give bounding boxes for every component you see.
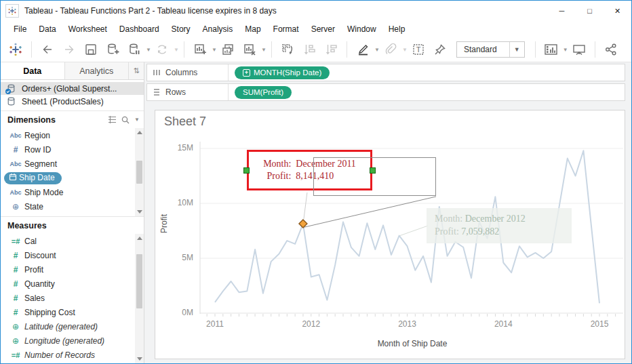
field-state[interactable]: ⊕State — [1, 199, 144, 214]
num-field-icon: # — [7, 308, 24, 317]
menu-item-server[interactable]: Server — [305, 22, 341, 37]
x-tick-label[interactable]: 2014 — [483, 319, 524, 329]
data-source-label: Orders+ (Global Superst... — [22, 84, 117, 94]
abc-field-icon: Abc — [7, 132, 24, 139]
field-shipping-cost[interactable]: #Shipping Cost — [1, 305, 144, 319]
presentation-icon[interactable] — [570, 40, 589, 59]
fields-menu-caret-icon[interactable]: ▼ — [134, 117, 140, 123]
save-icon[interactable] — [81, 40, 100, 59]
x-tick-label[interactable]: 2012 — [291, 319, 332, 329]
add-data-icon[interactable] — [103, 40, 122, 59]
menu-item-map[interactable]: Map — [239, 22, 266, 37]
pause-updates-caret-icon[interactable]: ▼ — [146, 47, 151, 53]
format-link-caret-icon[interactable]: ▼ — [402, 47, 408, 53]
tab-data[interactable]: Data — [1, 62, 65, 79]
pane-sort-icon[interactable]: ⇅ — [129, 62, 144, 79]
dimensions-scrollbar[interactable] — [135, 128, 144, 216]
tableau-logo-icon[interactable] — [6, 40, 25, 59]
annotation-leader-primary — [304, 193, 307, 219]
close-button[interactable]: ✕ — [604, 1, 631, 21]
resize-handle-left[interactable] — [243, 167, 250, 174]
minimize-button[interactable]: ─ — [548, 1, 576, 21]
field-sales[interactable]: #Sales — [1, 291, 144, 305]
refresh-icon[interactable] — [153, 40, 172, 59]
menu-item-file[interactable]: File — [7, 22, 33, 37]
y-tick-label[interactable]: 0M — [155, 308, 193, 317]
tab-analytics[interactable]: Analytics — [65, 62, 130, 79]
menu-item-format[interactable]: Format — [267, 22, 305, 37]
scroll-down-icon[interactable] — [137, 210, 142, 214]
show-me-icon[interactable] — [542, 40, 561, 59]
scroll-down-icon[interactable] — [137, 357, 142, 361]
maximize-button[interactable]: □ — [576, 1, 604, 21]
field-label: Region — [24, 131, 50, 140]
field-ship-date[interactable]: Ship Date — [1, 171, 144, 185]
selected-field-pill[interactable]: Ship Date — [4, 172, 62, 184]
columns-shelf[interactable]: Columns + MONTH(Ship Date) — [146, 64, 625, 81]
measures-scrollbar[interactable] — [135, 234, 144, 363]
show-mark-labels-icon[interactable]: T — [409, 40, 428, 59]
share-icon[interactable] — [601, 40, 620, 59]
swap-icon[interactable] — [278, 40, 297, 59]
menu-item-story[interactable]: Story — [165, 22, 197, 37]
field-segment[interactable]: AbcSegment — [1, 157, 144, 171]
scroll-up-icon[interactable] — [137, 237, 142, 240]
clear-sheet-caret-icon[interactable]: ▼ — [261, 47, 266, 53]
num-field-icon: # — [7, 294, 24, 303]
new-worksheet-caret-icon[interactable]: ▼ — [212, 47, 217, 53]
menu-item-window[interactable]: Window — [341, 22, 382, 37]
fit-selector-caret-icon[interactable]: ▼ — [509, 42, 524, 57]
refresh-caret-icon[interactable]: ▼ — [174, 47, 179, 53]
field-number-of-records[interactable]: =#Number of Records — [1, 348, 144, 362]
format-link-icon[interactable] — [381, 40, 400, 59]
x-tick-label[interactable]: 2015 — [579, 319, 620, 329]
x-tick-label[interactable]: 2011 — [195, 319, 235, 329]
menu-item-analysis[interactable]: Analysis — [197, 22, 239, 37]
field-profit[interactable]: #Profit — [1, 262, 144, 277]
pill-month-ship-date[interactable]: + MONTH(Ship Date) — [235, 66, 330, 79]
fit-selector[interactable]: Standard ▼ — [456, 41, 525, 58]
fix-axes-icon[interactable] — [431, 40, 450, 59]
y-tick-label[interactable]: 10M — [155, 198, 193, 207]
data-source-item[interactable]: Sheet1 (ProductSales) — [1, 95, 144, 108]
pause-updates-icon[interactable] — [125, 40, 144, 59]
data-pane-tabs: Data Analytics ⇅ — [1, 62, 144, 80]
y-tick-label[interactable]: 15M — [155, 143, 193, 153]
field-discount[interactable]: #Discount — [1, 248, 144, 262]
highlight-icon[interactable] — [353, 40, 372, 59]
rows-shelf[interactable]: Rows SUM(Profit) — [146, 83, 625, 101]
highlight-caret-icon[interactable]: ▼ — [374, 47, 380, 53]
field-region[interactable]: AbcRegion — [1, 128, 144, 142]
sort-descending-icon[interactable] — [321, 40, 340, 59]
annotation-dec-2012[interactable]: Month: December 2012 Profit: 7,059,882 — [427, 208, 572, 243]
menu-item-help[interactable]: Help — [382, 22, 412, 37]
x-tick-label[interactable]: 2013 — [387, 319, 428, 329]
pill-sum-profit[interactable]: SUM(Profit) — [235, 86, 292, 99]
back-icon[interactable] — [38, 40, 57, 59]
data-pane: Data Analytics ⇅ Orders+ (Global Superst… — [1, 62, 144, 363]
new-worksheet-icon[interactable] — [191, 40, 210, 59]
pill-expand-icon[interactable]: + — [243, 69, 250, 77]
scroll-up-icon[interactable] — [137, 131, 142, 134]
field-latitude-generated-[interactable]: ⊕Latitude (generated) — [1, 319, 144, 333]
field-longitude-generated-[interactable]: ⊕Longitude (generated) — [1, 333, 144, 348]
field-quantity[interactable]: #Quantity — [1, 277, 144, 291]
sort-ascending-icon[interactable] — [300, 40, 319, 59]
duplicate-icon[interactable] — [218, 40, 237, 59]
menu-item-dashboard[interactable]: Dashboard — [113, 22, 165, 37]
view-options-icon[interactable] — [108, 116, 117, 123]
clear-sheet-icon[interactable] — [240, 40, 259, 59]
annotation-drag-outline[interactable] — [313, 157, 436, 196]
menu-item-worksheet[interactable]: Worksheet — [62, 22, 113, 37]
field-cal[interactable]: =#Cal — [1, 234, 144, 248]
fit-selector-value: Standard — [457, 45, 509, 54]
x-axis-title[interactable]: Month of Ship Date — [344, 339, 480, 348]
y-tick-label[interactable]: 5M — [155, 253, 193, 262]
menu-item-data[interactable]: Data — [33, 22, 62, 37]
field-row-id[interactable]: #Row ID — [1, 142, 144, 157]
forward-icon[interactable] — [60, 40, 79, 59]
data-source-item[interactable]: Orders+ (Global Superst... — [1, 82, 144, 95]
search-icon[interactable] — [121, 116, 130, 124]
show-me-caret-icon[interactable]: ▼ — [563, 47, 568, 53]
field-ship-mode[interactable]: AbcShip Mode — [1, 185, 144, 199]
